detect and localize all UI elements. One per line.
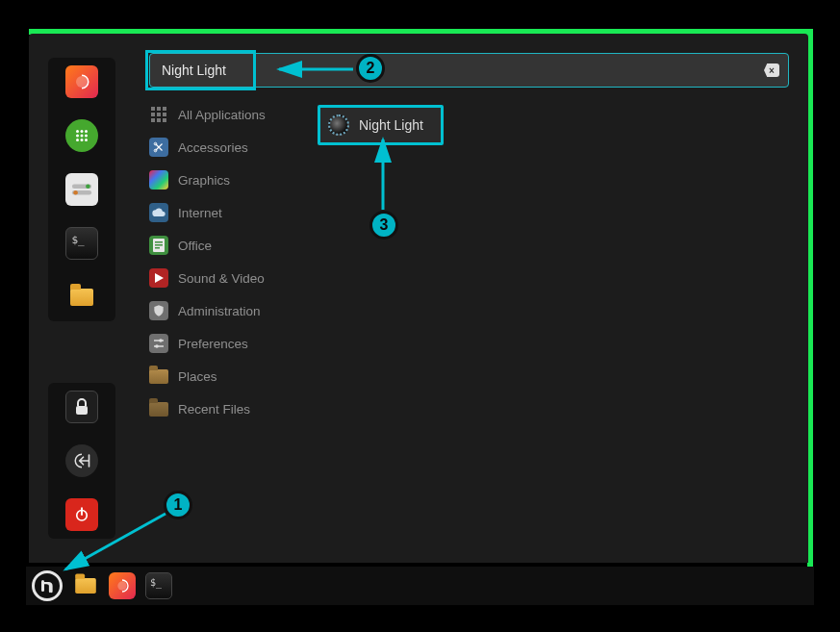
annotation-arrows: [0, 0, 840, 632]
annotation-badge-3: 3: [369, 211, 398, 240]
svg-line-41: [65, 514, 165, 569]
annotation-badge-2: 2: [356, 54, 385, 83]
annotation-badge-1: 1: [164, 491, 192, 519]
